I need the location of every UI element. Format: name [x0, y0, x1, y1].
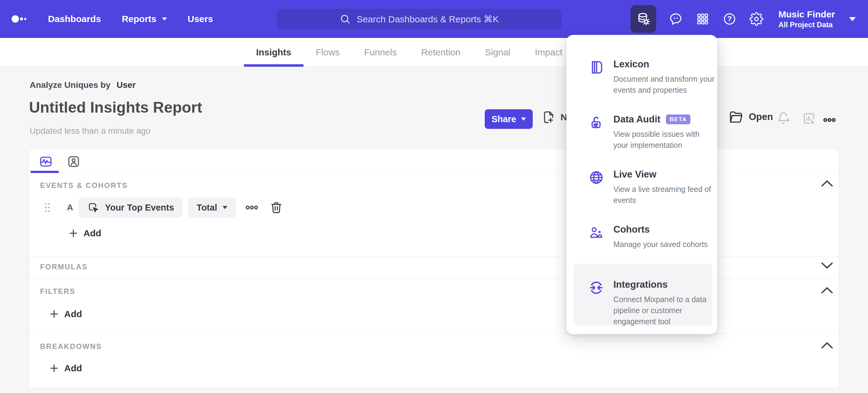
report-tabbar: Insights Flows Funnels Retention Signal …: [0, 38, 868, 67]
query-builder-card: EVENTS & COHORTS A Your Top Events Total: [29, 149, 839, 388]
chevron-down-icon: [521, 117, 526, 120]
database-gear-icon: [636, 11, 651, 26]
add-label: Add: [84, 228, 101, 238]
more-actions-button[interactable]: [823, 113, 836, 127]
analyze-prefix: Analyze Uniques by: [30, 80, 111, 90]
filters-section-label: FILTERS: [40, 287, 75, 296]
menu-item-live-view[interactable]: Live View View a live streaming feed of …: [574, 163, 712, 218]
menu-item-title: Lexicon: [613, 59, 649, 70]
menu-item-desc: Manage your saved cohorts: [613, 239, 715, 250]
project-scope: All Project Data: [778, 20, 835, 29]
event-name: Your Top Events: [105, 203, 174, 213]
add-alert-button[interactable]: [776, 111, 790, 125]
menu-item-desc: View possible issues with your implement…: [613, 129, 715, 150]
nav-item-label: Reports: [122, 14, 156, 24]
add-filter-button[interactable]: Add: [49, 309, 82, 319]
aggregation-value: Total: [196, 203, 217, 213]
open-label: Open: [749, 111, 773, 122]
menu-item-title: Live View: [613, 169, 656, 180]
menu-item-desc: View a live streaming feed of events: [613, 184, 715, 206]
menu-item-lexicon[interactable]: Lexicon Document and transform your even…: [574, 53, 712, 108]
tab-funnels[interactable]: Funnels: [352, 38, 409, 67]
bell-plus-icon: [776, 111, 790, 125]
add-label: Add: [64, 363, 82, 373]
search-input[interactable]: Search Dashboards & Reports ⌘K: [277, 9, 562, 29]
top-nav: Dashboards Reports Users Search Dashboar…: [0, 0, 868, 38]
document-plus-icon: [541, 110, 556, 124]
chevron-down-icon: [222, 206, 227, 209]
nav-item-reports[interactable]: Reports: [122, 14, 166, 24]
share-button[interactable]: Share: [485, 109, 533, 129]
tab-flows[interactable]: Flows: [304, 38, 352, 67]
project-selector[interactable]: Music Finder All Project Data: [778, 8, 835, 29]
feedback-button[interactable]: [669, 11, 683, 26]
event-row-more-button[interactable]: [245, 201, 258, 214]
event-selector-button[interactable]: Your Top Events: [79, 197, 183, 218]
add-event-button[interactable]: Add: [68, 228, 101, 238]
tab-profiles-person-icon[interactable]: [67, 155, 81, 169]
tab-metrics-chart-icon[interactable]: [39, 155, 53, 169]
nav-item-label: Users: [188, 14, 213, 24]
data-tools-dropdown: Lexicon Document and transform your even…: [566, 35, 717, 334]
chart-plus-icon: [802, 111, 816, 125]
add-to-dashboard-button[interactable]: [802, 111, 816, 125]
tab-signal[interactable]: Signal: [473, 38, 523, 67]
menu-item-title: Data Audit: [613, 114, 660, 125]
gear-icon: [749, 12, 764, 26]
add-breakdown-button[interactable]: Add: [49, 363, 82, 373]
globe-icon: [588, 170, 604, 186]
collapse-breakdowns-chevron-up-icon[interactable]: [820, 341, 834, 350]
analyze-row: Analyze Uniques by User: [30, 80, 136, 90]
menu-item-desc: Connect Mixpanel to a data pipeline or c…: [613, 294, 715, 327]
trash-icon[interactable]: [270, 201, 283, 214]
svg-text:?: ?: [727, 15, 732, 23]
nav-item-dashboards[interactable]: Dashboards: [48, 14, 101, 24]
beta-badge: BETA: [666, 114, 690, 124]
analyze-entity-selector[interactable]: User: [117, 80, 136, 90]
collapse-filters-chevron-up-icon[interactable]: [820, 286, 834, 295]
nav-item-users[interactable]: Users: [188, 14, 213, 24]
aggregation-selector-button[interactable]: Total: [188, 197, 236, 218]
chevron-down-icon: [162, 18, 167, 21]
book-icon: [588, 59, 604, 75]
help-button[interactable]: ?: [722, 11, 737, 26]
collapse-events-chevron-up-icon[interactable]: [820, 179, 834, 188]
mixpanel-logo-icon[interactable]: [11, 15, 27, 23]
breakdowns-section-label: BREAKDOWNS: [40, 342, 102, 351]
data-management-button[interactable]: [630, 5, 656, 33]
settings-button[interactable]: [749, 11, 764, 26]
divider: [29, 334, 839, 334]
more-horizontal-icon: [823, 113, 836, 127]
menu-item-integrations[interactable]: Integrations Connect Mixpanel to a data …: [574, 264, 712, 326]
question-circle-icon: ?: [722, 12, 737, 26]
updated-status: Updated less than a minute ago: [30, 126, 150, 136]
folder-open-icon: [728, 110, 743, 124]
event-row: A Your Top Events Total: [44, 197, 283, 218]
integrations-sync-icon: [588, 280, 604, 296]
nav-links: Dashboards Reports Users: [48, 0, 213, 38]
add-label: Add: [64, 309, 82, 319]
project-name: Music Finder: [778, 8, 835, 20]
page-title[interactable]: Untitled Insights Report: [29, 99, 202, 116]
formulas-section-label: FORMULAS: [40, 262, 88, 271]
expand-formulas-chevron-down-icon[interactable]: [820, 262, 834, 270]
menu-item-desc: Document and transform your events and p…: [613, 74, 715, 95]
cohorts-people-icon: [588, 225, 604, 241]
apps-grid-button[interactable]: [695, 11, 710, 26]
events-section-label: EVENTS & COHORTS: [40, 181, 128, 190]
drag-handle-icon[interactable]: [44, 202, 51, 213]
menu-item-title: Integrations: [613, 279, 668, 290]
menu-item-data-audit[interactable]: Data Audit BETA View possible issues wit…: [574, 108, 712, 163]
tab-insights[interactable]: Insights: [244, 38, 304, 67]
series-letter: A: [67, 203, 73, 213]
tab-retention[interactable]: Retention: [409, 38, 472, 67]
open-report-button[interactable]: Open: [728, 110, 773, 124]
share-label: Share: [492, 114, 516, 124]
search-placeholder: Search Dashboards & Reports ⌘K: [357, 14, 499, 25]
active-tab-underline: [31, 171, 59, 173]
nav-right: ? Music Finder All Project Data: [630, 0, 856, 38]
chevron-down-icon[interactable]: [849, 17, 856, 21]
grid-icon: [696, 12, 709, 26]
report-tabs: Insights Flows Funnels Retention Signal …: [244, 38, 575, 67]
speech-bubble-icon: [669, 12, 683, 26]
